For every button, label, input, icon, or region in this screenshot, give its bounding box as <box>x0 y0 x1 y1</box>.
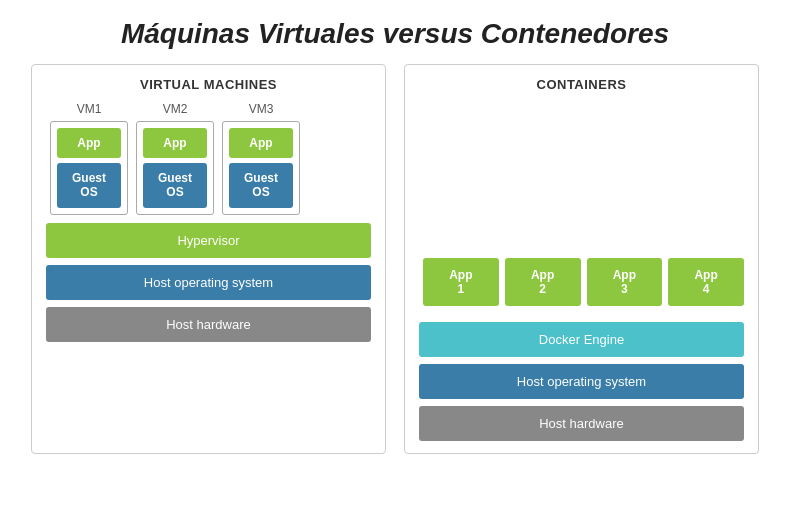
container-diagram-title: CONTAINERS <box>419 77 744 92</box>
vm1-inner: App GuestOS <box>50 121 128 215</box>
vm2-app: App <box>143 128 207 158</box>
container-diagram-box: CONTAINERS App1 App2 App3 App4 Docker En… <box>404 64 759 454</box>
container-app-1: App1 <box>423 258 499 306</box>
page: Máquinas Virtuales versus Contenedores V… <box>0 0 790 464</box>
vm-diagram-box: VIRTUAL MACHINES VM1 App GuestOS VM2 App… <box>31 64 386 454</box>
vm3-inner: App GuestOS <box>222 121 300 215</box>
vm2-label: VM2 <box>163 102 188 116</box>
vm-hypervisor-layer: Hypervisor <box>46 223 371 258</box>
container-apps-row: App1 App2 App3 App4 <box>423 258 744 306</box>
vm-cols-row: VM1 App GuestOS VM2 App GuestOS VM <box>50 102 371 215</box>
vm-col-2: VM2 App GuestOS <box>136 102 214 215</box>
vm1-guestos: GuestOS <box>57 163 121 208</box>
container-app-4: App4 <box>668 258 744 306</box>
diagrams-row: VIRTUAL MACHINES VM1 App GuestOS VM2 App… <box>20 64 770 454</box>
vm3-app: App <box>229 128 293 158</box>
container-app-2: App2 <box>505 258 581 306</box>
container-docker-layer: Docker Engine <box>419 322 744 357</box>
vm3-guestos: GuestOS <box>229 163 293 208</box>
main-title: Máquinas Virtuales versus Contenedores <box>20 18 770 50</box>
vm2-inner: App GuestOS <box>136 121 214 215</box>
vm-col-3: VM3 App GuestOS <box>222 102 300 215</box>
container-hostos-layer: Host operating system <box>419 364 744 399</box>
container-app-3: App3 <box>587 258 663 306</box>
vm1-label: VM1 <box>77 102 102 116</box>
vm-diagram-title: VIRTUAL MACHINES <box>46 77 371 92</box>
vm-hosthw-layer: Host hardware <box>46 307 371 342</box>
container-hosthw-layer: Host hardware <box>419 406 744 441</box>
vm-hostos-layer: Host operating system <box>46 265 371 300</box>
vm-col-1: VM1 App GuestOS <box>50 102 128 215</box>
vm2-guestos: GuestOS <box>143 163 207 208</box>
vm1-app: App <box>57 128 121 158</box>
vm3-label: VM3 <box>249 102 274 116</box>
